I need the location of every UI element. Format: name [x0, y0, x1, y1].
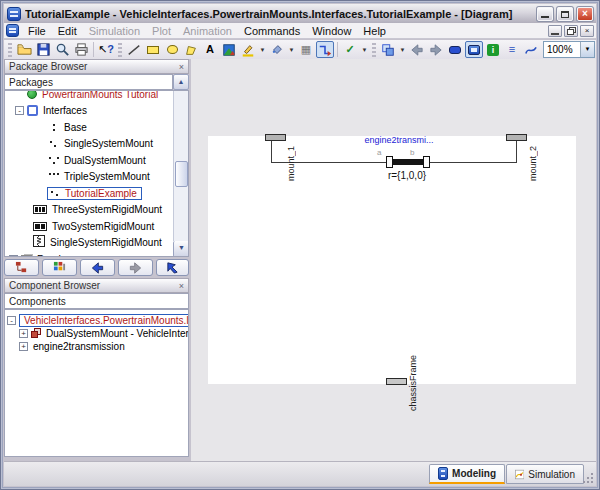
menu-window[interactable]: Window — [306, 24, 357, 38]
forward-button[interactable] — [427, 41, 445, 58]
tree-item-triplesystemmount[interactable]: TripleSystemMount — [5, 168, 152, 184]
save-button[interactable] — [34, 41, 52, 58]
hierarchy-view-button[interactable] — [4, 259, 39, 276]
rectangle-tool-button[interactable] — [144, 41, 162, 58]
collapse-expander-icon[interactable]: - — [7, 316, 16, 325]
menu-edit[interactable]: Edit — [52, 24, 83, 38]
tree-item-interfaces[interactable]: - Interfaces — [5, 102, 89, 118]
zoom-combo-dropdown[interactable]: ▼ — [580, 42, 594, 57]
tree-item-tutorialexample[interactable]: TutorialExample — [5, 185, 142, 201]
tree-item-twosystemrigidmount[interactable]: TwoSystemRigidMount — [5, 218, 156, 234]
pen-color-dropdown[interactable]: ▼ — [258, 47, 267, 53]
tree-item-base[interactable]: Base — [5, 119, 89, 135]
maximize-button[interactable] — [557, 7, 573, 21]
back-button[interactable] — [408, 41, 426, 58]
navigate-forward-button[interactable] — [118, 259, 153, 276]
minimize-icon — [541, 16, 549, 18]
tab-simulation[interactable]: Simulation — [506, 464, 584, 484]
info-layer-button[interactable]: i — [484, 41, 502, 58]
context-help-button[interactable]: ↖? — [97, 41, 115, 58]
package-tree-rows: PowertrainMounts Tutorial - Interfaces B… — [5, 90, 173, 257]
application-window: TutorialExample - VehicleInterfaces.Powe… — [0, 0, 600, 490]
rod-bar[interactable] — [393, 159, 423, 165]
menu-help[interactable]: Help — [357, 24, 392, 38]
engine2transmission-label: engine2transmi... — [309, 135, 489, 145]
tree-item-powertrainmounts-tutorial[interactable]: PowertrainMounts Tutorial — [5, 90, 160, 102]
diagram-view-button[interactable] — [465, 41, 483, 58]
component-item-engine2transmission[interactable]: + engine2transmission — [5, 338, 127, 354]
ellipse-tool-button[interactable] — [163, 41, 181, 58]
line-tool-button[interactable] — [125, 41, 143, 58]
previous-class-button[interactable] — [446, 41, 464, 58]
tree-item-label: SingleSystemRigidMount — [48, 237, 164, 248]
zoom-button[interactable] — [53, 41, 71, 58]
mdi-close-button[interactable]: × — [580, 25, 594, 37]
documentation-button[interactable]: ≡ — [503, 41, 521, 58]
window-title: TutorialExample - VehicleInterfaces.Powe… — [25, 8, 533, 20]
tree-item-label: TutorialExample — [63, 188, 139, 199]
mdi-minimize-button[interactable] — [548, 25, 562, 37]
resize-grip[interactable] — [582, 472, 594, 484]
instantiate-dropdown[interactable]: ▼ — [398, 47, 407, 53]
tree-item-dualsystemmount[interactable]: DualSystemMount — [5, 152, 148, 168]
check-model-button[interactable]: ✓ — [341, 41, 359, 58]
package-tree-scroll-down[interactable]: ▼ — [173, 241, 189, 257]
package-browser-close-icon[interactable]: × — [179, 62, 184, 72]
tree-item-label: Roads — [35, 254, 68, 258]
connection-line-mount2[interactable] — [516, 141, 517, 162]
mount1-connector[interactable] — [265, 134, 286, 141]
mdi-close-icon: × — [585, 26, 590, 35]
text-tool-button[interactable]: A — [201, 41, 219, 58]
title-bar[interactable]: TutorialExample - VehicleInterfaces.Powe… — [4, 4, 596, 23]
zoom-level-combo[interactable]: 100% ▼ — [543, 41, 595, 58]
pen-color-button[interactable] — [239, 41, 257, 58]
polygon-tool-button[interactable] — [182, 41, 200, 58]
open-button[interactable] — [15, 41, 33, 58]
minimize-button[interactable] — [537, 7, 553, 21]
grid-button[interactable]: ▦ — [297, 41, 315, 58]
diagram-canvas[interactable]: mount_1 mount_2 engine2transmi... a b r=… — [191, 59, 596, 461]
tree-item-singlesystemrigidmount[interactable]: SingleSystemRigidMount — [5, 234, 164, 250]
check-model-dropdown[interactable]: ▼ — [360, 47, 369, 53]
scrollbar-thumb[interactable] — [175, 161, 188, 187]
close-button[interactable]: × — [577, 7, 593, 21]
tab-modeling[interactable]: Modeling — [429, 464, 505, 484]
parent-class-button[interactable] — [156, 259, 189, 276]
connect-mode-button[interactable] — [316, 41, 334, 58]
instantiate-component-button[interactable] — [379, 41, 397, 58]
expand-expander-icon[interactable]: + — [19, 329, 28, 338]
mdi-restore-button[interactable] — [564, 25, 578, 37]
components-grid-icon — [53, 261, 66, 274]
fill-color-button[interactable] — [268, 41, 286, 58]
toolbar-grip2[interactable] — [118, 43, 122, 57]
mount2-connector[interactable] — [506, 134, 527, 141]
expand-expander-icon[interactable]: + — [19, 342, 28, 351]
connection-line-mount1[interactable] — [271, 141, 272, 162]
flange-b[interactable] — [423, 156, 430, 168]
tree-item-threesystemrigidmount[interactable]: ThreeSystemRigidMount — [5, 201, 164, 217]
menu-file[interactable]: File — [22, 24, 52, 38]
connection-line-mount2-h[interactable] — [430, 162, 517, 163]
component-browser-close-icon[interactable]: × — [179, 281, 184, 291]
rectangle-icon — [147, 46, 159, 54]
print-button[interactable] — [72, 41, 90, 58]
mdi-child-icon[interactable] — [6, 24, 19, 37]
package-tree-scrollbar[interactable] — [173, 91, 189, 241]
scroll-down-icon: ▼ — [178, 244, 185, 251]
tree-item-roads[interactable]: + Roads — [5, 251, 68, 257]
simulate-button[interactable] — [522, 41, 540, 58]
navigate-back-button[interactable] — [80, 259, 115, 276]
components-grid-button[interactable] — [42, 259, 77, 276]
toolbar-grip[interactable] — [8, 43, 12, 57]
package-tree-scroll-up[interactable]: ▲ — [173, 74, 189, 90]
fill-color-dropdown[interactable]: ▼ — [287, 47, 296, 53]
chassisframe-connector[interactable] — [386, 378, 407, 385]
expand-expander-icon[interactable]: + — [9, 255, 18, 258]
toolbar-grip3[interactable] — [372, 43, 376, 57]
class-icon — [49, 155, 59, 165]
flange-a[interactable] — [386, 156, 393, 168]
bitmap-tool-button[interactable] — [220, 41, 238, 58]
tree-item-singlesystemmount[interactable]: SingleSystemMount — [5, 135, 155, 151]
menu-commands[interactable]: Commands — [238, 24, 306, 38]
collapse-expander-icon[interactable]: - — [15, 106, 24, 115]
